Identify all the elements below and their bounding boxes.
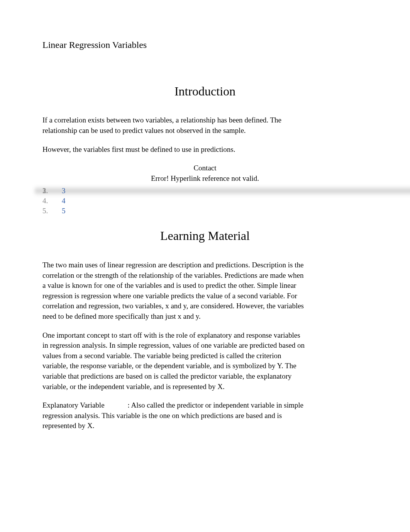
intro-paragraph-1: If a correlation exists between two vari…	[42, 115, 305, 136]
learning-material-heading: Learning Material	[42, 227, 368, 245]
intro-paragraph-2: However, the variables first must be def…	[42, 144, 305, 155]
contact-error-text: Error! Hyperlink reference not valid.	[42, 173, 368, 184]
list-item-text: 3	[62, 187, 66, 195]
list-item-link[interactable]: 3	[42, 186, 368, 196]
contact-label: Contact	[42, 163, 368, 173]
numbered-list: 3 4 5	[42, 186, 368, 216]
list-item-link[interactable]: 4	[42, 196, 368, 206]
document-title: Linear Regression Variables	[42, 39, 368, 52]
learning-paragraph-2: One important concept to start off with …	[42, 330, 305, 392]
introduction-heading: Introduction	[42, 83, 368, 100]
term-definition-paragraph: Explanatory Variable: Also called the pr…	[42, 400, 305, 431]
learning-paragraph-1: The two main uses of linear regression a…	[42, 260, 305, 322]
list-item-text: 4	[62, 197, 66, 205]
list-item-text: 5	[62, 207, 66, 215]
list-item-link[interactable]: 5	[42, 206, 368, 216]
contact-block: Contact Error! Hyperlink reference not v…	[42, 163, 368, 184]
term-label: Explanatory Variable	[42, 401, 105, 409]
